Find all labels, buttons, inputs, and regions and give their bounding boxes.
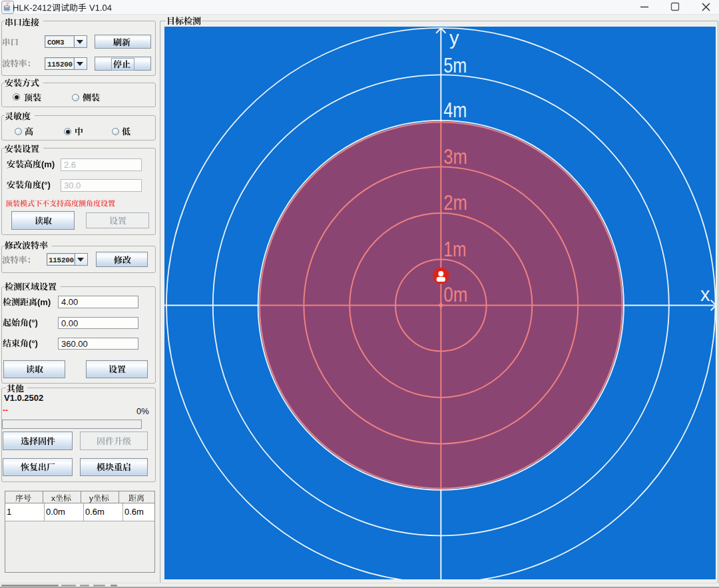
svg-text:3m: 3m <box>443 145 467 168</box>
svg-text:1m: 1m <box>443 238 466 261</box>
svg-text:x: x <box>700 284 710 305</box>
svg-text:4m: 4m <box>443 99 467 122</box>
svg-text:0m: 0m <box>443 283 467 306</box>
svg-text:y: y <box>449 27 459 49</box>
svg-text:2m: 2m <box>443 191 467 214</box>
svg-text:5m: 5m <box>443 54 467 77</box>
